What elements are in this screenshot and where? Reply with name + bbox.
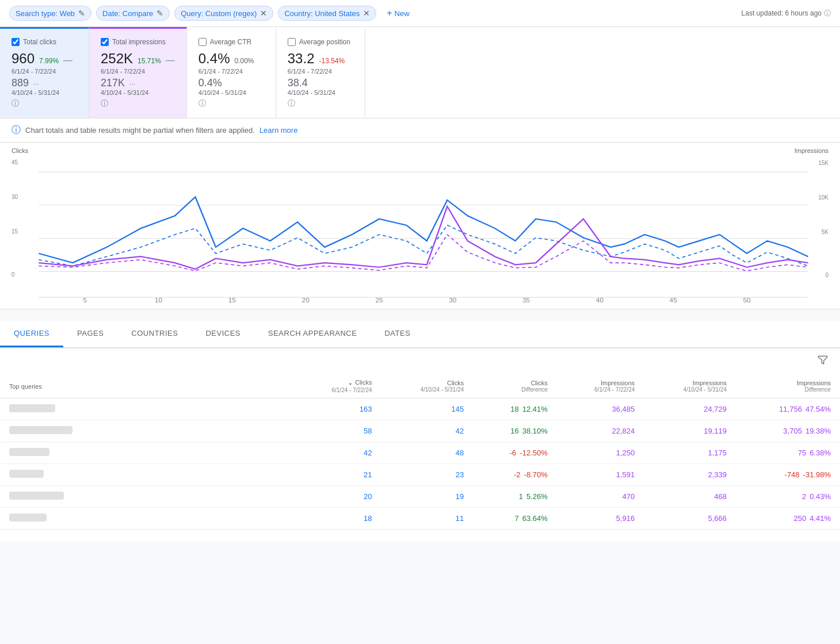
tab-search-appearance[interactable]: SEARCH APPEARANCE (254, 321, 371, 347)
clicks-diff-pct: 5.26% (526, 492, 548, 501)
metric-label-ctr: Average CTR (210, 38, 251, 46)
help-icon-position[interactable]: ⓘ (288, 98, 353, 109)
metric-primary-impressions: 252K 15.71% — (101, 51, 175, 67)
metric-checkbox-position[interactable] (288, 38, 296, 46)
query-cell[interactable] (0, 398, 294, 420)
metric-more-impressions[interactable]: ··· (129, 80, 135, 88)
imp-2-cell: 1,175 (644, 442, 736, 464)
table-row: 58421638.10%22,82419,1193,70519.38% (0, 420, 840, 442)
help-icon-ctr[interactable]: ⓘ (198, 98, 264, 109)
imp-diff-pct: 19.38% (805, 427, 831, 435)
help-icon-clicks[interactable]: ⓘ (12, 98, 77, 109)
info-icon: ⓘ (12, 124, 21, 136)
svg-text:25: 25 (375, 297, 383, 304)
clicks-diff-cell: 15.26% (473, 486, 556, 508)
imp-1-cell: 470 (557, 486, 644, 508)
imp-1-cell: 1,591 (557, 464, 644, 486)
metric-secondary-value-position: 38.4 (288, 77, 308, 89)
metric-secondary-ctr: 0.4% (198, 77, 264, 89)
query-cell[interactable] (0, 486, 294, 508)
table-row: 201915.26%47046820.43% (0, 486, 840, 508)
metric-checkbox-impressions[interactable] (101, 38, 109, 46)
y-label-15: 15 (12, 229, 18, 235)
query-cell[interactable] (0, 464, 294, 486)
filter-chip-label: Search type: Web (16, 9, 75, 18)
imp-2-cell: 468 (644, 486, 736, 508)
new-filter-button[interactable]: + New (381, 6, 415, 21)
imp-diff-pct: 47.54% (805, 405, 831, 413)
edit-icon[interactable]: ✎ (78, 9, 85, 18)
learn-more-link[interactable]: Learn more (259, 126, 297, 135)
imp-diff-pct: 6.38% (810, 448, 831, 457)
metric-secondary-value-impressions: 217K (101, 77, 125, 89)
metric-date1-ctr: 6/1/24 - 7/22/24 (198, 68, 264, 75)
edit-icon[interactable]: ✎ (156, 9, 163, 18)
filter-chip-search-type[interactable]: Search type: Web ✎ (9, 6, 91, 21)
clicks-2-cell: 11 (381, 508, 474, 530)
tab-pages[interactable]: PAGES (63, 321, 117, 347)
y-label-45: 45 (12, 160, 18, 166)
query-text-blurred (9, 426, 72, 434)
help-icon-impressions[interactable]: ⓘ (101, 98, 175, 109)
clicks-1-cell: 18 (294, 508, 381, 530)
imp-1-cell: 36,485 (557, 398, 644, 420)
metric-checkbox-clicks[interactable] (12, 38, 20, 46)
imp-diff-cell: -748-31.98% (736, 464, 840, 486)
imp-1-cell: 5,916 (557, 508, 644, 530)
query-cell[interactable] (0, 442, 294, 464)
table-filter-button[interactable] (817, 354, 828, 369)
close-icon[interactable]: ✕ (363, 9, 370, 18)
imp-diff-value: 75 (798, 448, 806, 457)
imp-diff-pct: 0.43% (810, 492, 831, 501)
table-row: 1811763.64%5,9165,6662504.41% (0, 508, 840, 530)
tab-countries[interactable]: COUNTRIES (117, 321, 192, 347)
metric-card-total-impressions[interactable]: Total impressions 252K 15.71% — 6/1/24 -… (89, 27, 187, 118)
table-row: 2123-2-8.70%1,5912,339-748-31.98% (0, 464, 840, 486)
imp-diff-value: -748 (785, 470, 800, 479)
filter-chip-date[interactable]: Date: Compare ✎ (96, 6, 170, 21)
metric-date1-clicks: 6/1/24 - 7/22/24 (12, 68, 77, 75)
tab-queries[interactable]: QUERIES (0, 321, 63, 347)
clicks-diff-cell: 763.64% (473, 508, 556, 530)
col-imp-1-sub: 6/1/24 - 7/22/24 (566, 386, 635, 393)
filter-chip-query[interactable]: Query: Custom (regex) ✕ (174, 6, 273, 21)
imp-2-cell: 19,119 (644, 420, 736, 442)
help-icon[interactable]: ⓘ (824, 9, 831, 18)
imp-diff-value: 2 (802, 492, 806, 501)
clicks-1-cell: 20 (294, 486, 381, 508)
svg-text:35: 35 (522, 297, 530, 304)
tab-devices[interactable]: DEVICES (192, 321, 254, 347)
info-banner: ⓘ Chart totals and table results might b… (0, 118, 840, 143)
clicks-diff-cell: 1638.10% (473, 420, 556, 442)
imp-1-cell: 1,250 (557, 442, 644, 464)
metric-card-avg-position[interactable]: Average position 33.2 -13.54% 6/1/24 - 7… (276, 27, 365, 118)
imp-diff-pct: 4.41% (810, 514, 831, 523)
clicks-diff-pct: 12.41% (522, 405, 548, 413)
table-wrapper: Top queries Clicks 6/1/24 - 7/22/24 Clic… (0, 348, 840, 541)
filter-chip-label: Country: United States (284, 9, 360, 18)
y-label-30: 30 (12, 194, 18, 200)
col-imp-2-main: Impressions (653, 379, 727, 386)
query-cell[interactable] (0, 508, 294, 530)
metric-more-clicks[interactable]: ··· (33, 80, 39, 88)
metric-card-total-clicks[interactable]: Total clicks 960 7.99% — 6/1/24 - 7/22/2… (0, 27, 89, 118)
table-toolbar (0, 348, 840, 374)
metric-header-position: Average position (288, 38, 353, 46)
query-text-blurred (9, 448, 49, 456)
clicks-diff-pct: -8.70% (524, 470, 548, 479)
clicks-1-cell: 21 (294, 464, 381, 486)
filter-chip-country[interactable]: Country: United States ✕ (278, 6, 376, 21)
tab-dates[interactable]: DATES (371, 321, 424, 347)
chart-left-axis-label: Clicks (12, 147, 28, 154)
metric-card-avg-ctr[interactable]: Average CTR 0.4% 0.00% 6/1/24 - 7/22/24 … (187, 27, 276, 118)
clicks-diff-cell: 1812.41% (473, 398, 556, 420)
metric-date1-impressions: 6/1/24 - 7/22/24 (101, 68, 175, 75)
col-clicks-2-main: Clicks (391, 379, 464, 386)
query-cell[interactable] (0, 420, 294, 442)
metric-checkbox-ctr[interactable] (198, 38, 207, 46)
close-icon[interactable]: ✕ (260, 9, 267, 18)
imp-diff-value: 250 (793, 514, 806, 523)
imp-diff-value: 11,756 (779, 405, 802, 413)
clicks-diff-pct: 38.10% (522, 427, 548, 435)
imp-2-cell: 5,666 (644, 508, 736, 530)
